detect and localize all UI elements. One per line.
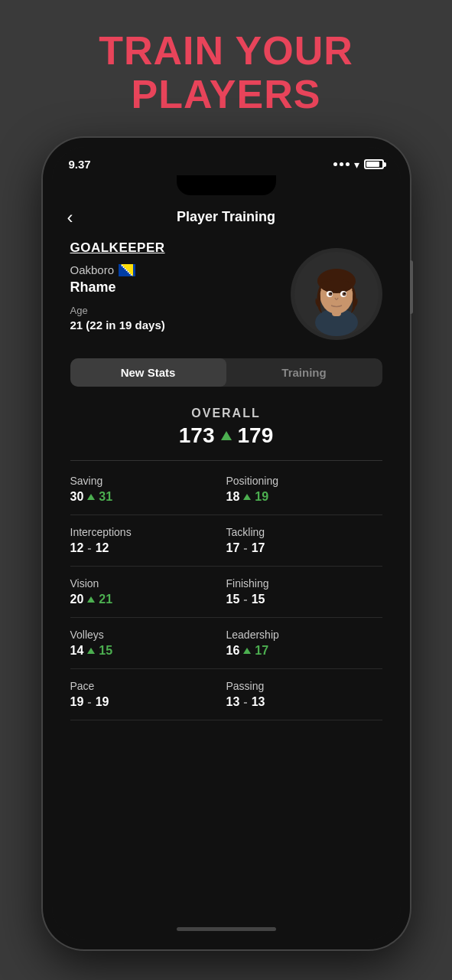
stat-vol-new: 15 <box>99 644 112 658</box>
stat-pace-sep: - <box>87 695 91 709</box>
overall-new: 179 <box>238 423 274 448</box>
stat-pace: Pace 19 - 19 <box>70 669 226 720</box>
stat-positioning: Positioning 18 19 <box>226 464 382 515</box>
svg-point-5 <box>126 270 128 271</box>
svg-point-7 <box>129 273 131 274</box>
overall-arrow-icon <box>221 431 232 440</box>
club-name: Oakboro <box>70 263 115 276</box>
stat-int-old: 12 <box>70 541 84 555</box>
stat-pass-sep: - <box>243 695 247 709</box>
stat-int-label: Interceptions <box>70 526 214 538</box>
wifi-icon: ▾ <box>354 158 359 171</box>
player-section: GOALKEEPER Oakboro <box>52 233 401 352</box>
stats-grid: Saving 30 31 Positioning 18 19 <box>52 464 401 720</box>
stat-vision: Vision 20 21 <box>70 567 226 618</box>
svg-point-6 <box>128 271 129 273</box>
stat-vol-old: 14 <box>70 644 84 658</box>
svg-point-19 <box>344 292 346 294</box>
back-button[interactable]: ‹ <box>67 207 73 228</box>
stat-passing: Passing 13 - 13 <box>226 669 382 720</box>
tab-new-stats[interactable]: New Stats <box>70 358 226 387</box>
home-bar <box>177 927 276 931</box>
stat-pace-old: 19 <box>70 695 84 709</box>
stat-tack-old: 17 <box>226 541 240 555</box>
stat-tackling: Tackling 17 - 17 <box>226 515 382 567</box>
stat-pos-arrow <box>243 494 251 500</box>
nav-header: ‹ Player Training <box>52 198 401 233</box>
stat-interceptions: Interceptions 12 - 12 <box>70 515 226 567</box>
phone-outer: 9.37 ▾ ‹ Player Training <box>43 138 410 949</box>
stat-pos-new: 19 <box>255 490 268 504</box>
stat-pass-new: 13 <box>252 695 265 709</box>
stat-fin-new: 15 <box>252 593 265 606</box>
player-position: GOALKEEPER <box>70 240 283 256</box>
phone-inner: 9.37 ▾ ‹ Player Training <box>52 147 401 940</box>
stat-saving-arrow <box>87 494 95 500</box>
svg-point-3 <box>123 266 125 268</box>
notch <box>177 175 276 195</box>
stat-pace-label: Pace <box>70 680 214 692</box>
stat-int-value: 12 - 12 <box>70 541 214 555</box>
stat-saving-label: Saving <box>70 475 214 487</box>
overall-old: 173 <box>179 423 215 448</box>
stat-saving-value: 30 31 <box>70 490 214 504</box>
svg-point-18 <box>330 292 332 294</box>
stat-lead-value: 16 17 <box>226 644 376 658</box>
stat-vis-value: 20 21 <box>70 593 214 606</box>
club-row: Oakboro <box>70 263 283 276</box>
avatar-image <box>294 252 379 336</box>
stat-fin-value: 15 - 15 <box>226 593 376 606</box>
stat-tack-label: Tackling <box>226 526 376 538</box>
player-name: Rhame <box>70 279 283 296</box>
stat-vis-label: Vision <box>70 577 214 590</box>
stat-vis-arrow <box>87 596 95 603</box>
stat-pace-value: 19 - 19 <box>70 695 214 709</box>
stat-saving-new: 31 <box>99 490 112 504</box>
battery-icon <box>364 159 384 169</box>
tab-training[interactable]: Training <box>226 358 382 387</box>
stat-positioning-label: Positioning <box>226 475 376 487</box>
page-title: TRAIN YOURPLAYERS <box>99 29 353 116</box>
stat-vol-label: Volleys <box>70 629 214 641</box>
player-info: GOALKEEPER Oakboro <box>70 240 283 332</box>
svg-point-16 <box>328 292 332 296</box>
overall-label: OVERALL <box>70 407 382 420</box>
age-label: Age <box>70 305 283 316</box>
stat-pass-value: 13 - 13 <box>226 695 376 709</box>
stat-pass-label: Passing <box>226 680 376 692</box>
status-bar: 9.37 ▾ <box>52 147 401 175</box>
overall-value: 173 179 <box>70 423 382 448</box>
stat-pos-old: 18 <box>226 490 240 504</box>
status-time: 9.37 <box>69 158 91 171</box>
stat-vis-new: 21 <box>99 593 112 606</box>
stat-finishing: Finishing 15 - 15 <box>226 567 382 618</box>
notch-area <box>52 175 401 198</box>
stat-vol-value: 14 15 <box>70 644 214 658</box>
svg-point-17 <box>342 292 346 296</box>
stat-saving: Saving 30 31 <box>70 464 226 515</box>
stats-divider <box>70 460 382 461</box>
home-indicator <box>52 918 401 940</box>
stat-tack-value: 17 - 17 <box>226 541 376 555</box>
stat-vol-arrow <box>87 648 95 654</box>
status-icons: ▾ <box>333 158 384 171</box>
svg-point-13 <box>317 269 356 293</box>
stat-volleys: Volleys 14 15 <box>70 618 226 669</box>
stat-tack-sep: - <box>243 541 247 555</box>
flag-icon <box>119 264 135 276</box>
stat-positioning-value: 18 19 <box>226 490 376 504</box>
svg-point-4 <box>125 268 126 270</box>
stat-lead-old: 16 <box>226 644 240 658</box>
overall-section: OVERALL 173 179 <box>52 399 401 457</box>
stat-lead-new: 17 <box>255 644 268 658</box>
stat-leadership: Leadership 16 17 <box>226 618 382 669</box>
player-avatar <box>291 248 382 340</box>
svg-point-2 <box>122 265 123 266</box>
stat-pass-old: 13 <box>226 695 240 709</box>
stat-saving-old: 30 <box>70 490 84 504</box>
stat-int-new: 12 <box>96 541 109 555</box>
age-value: 21 (22 in 19 days) <box>70 318 283 332</box>
stat-fin-sep: - <box>243 593 247 606</box>
stat-fin-label: Finishing <box>226 577 376 590</box>
stat-lead-arrow <box>243 648 251 654</box>
